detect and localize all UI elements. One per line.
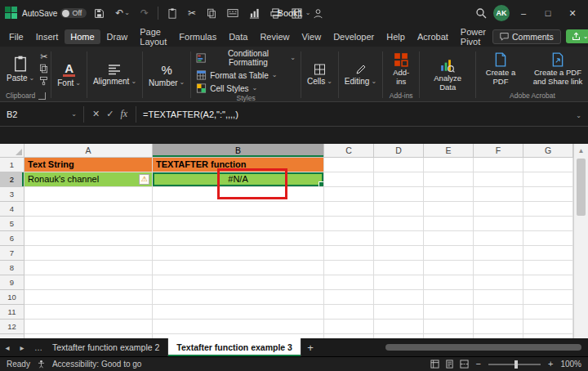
page-break-view-button[interactable] bbox=[460, 360, 469, 369]
cell[interactable] bbox=[374, 261, 424, 275]
add-ins-button[interactable]: Add-ins bbox=[385, 51, 416, 88]
select-all-corner[interactable] bbox=[0, 144, 24, 158]
row-header-8[interactable]: 8 bbox=[0, 261, 24, 275]
cell[interactable] bbox=[324, 320, 374, 334]
cell[interactable] bbox=[24, 320, 153, 334]
cell[interactable] bbox=[523, 320, 573, 334]
cell[interactable] bbox=[374, 217, 424, 231]
expand-formula-bar-button[interactable]: ⌄ bbox=[569, 110, 588, 119]
cell[interactable] bbox=[474, 158, 523, 172]
zoom-slider-thumb[interactable] bbox=[514, 360, 518, 369]
cell[interactable] bbox=[523, 158, 573, 172]
workbook-title-area[interactable]: Book1 ⌄ bbox=[278, 8, 311, 18]
cell[interactable] bbox=[374, 187, 424, 202]
sheet-nav-left-icon[interactable]: ◂ bbox=[0, 338, 15, 356]
cell[interactable] bbox=[474, 275, 523, 290]
alignment-group-button[interactable]: Alignment⌄ bbox=[90, 48, 140, 101]
cell[interactable] bbox=[424, 261, 474, 275]
cell[interactable] bbox=[474, 187, 523, 202]
cell[interactable] bbox=[374, 231, 424, 246]
ribbon-tab-formulas[interactable]: Formulas bbox=[173, 29, 222, 44]
cell[interactable] bbox=[374, 275, 424, 290]
cell[interactable] bbox=[523, 246, 573, 261]
search-button[interactable] bbox=[472, 6, 490, 20]
cell[interactable] bbox=[153, 261, 324, 275]
cell[interactable] bbox=[324, 187, 374, 202]
cell[interactable] bbox=[523, 290, 573, 305]
row-header-11[interactable]: 11 bbox=[0, 305, 24, 320]
cell[interactable] bbox=[523, 202, 573, 217]
sheet-tab-example-2[interactable]: Textafter function example 2 bbox=[44, 338, 168, 356]
format-as-table-button[interactable]: Format as Table ⌄ bbox=[194, 69, 298, 81]
analyze-data-button[interactable]: Analyze Data bbox=[422, 48, 473, 101]
ribbon-tab-home[interactable]: Home bbox=[65, 29, 100, 44]
cell[interactable] bbox=[523, 217, 573, 231]
cell[interactable] bbox=[474, 217, 523, 231]
horizontal-scrollbar-thumb[interactable] bbox=[385, 344, 581, 351]
zoom-level[interactable]: 100% bbox=[560, 360, 581, 369]
cell[interactable] bbox=[424, 187, 474, 202]
cell[interactable] bbox=[153, 231, 324, 246]
cell[interactable] bbox=[523, 305, 573, 320]
scroll-up-icon[interactable]: ▲ bbox=[574, 144, 588, 157]
sheet-nav-right-icon[interactable]: ▸ bbox=[15, 338, 29, 356]
new-sheet-button[interactable]: + bbox=[301, 338, 319, 356]
qat-person-button[interactable] bbox=[310, 7, 327, 20]
cell[interactable] bbox=[153, 246, 324, 261]
name-box[interactable]: B2 ⌄ bbox=[0, 110, 83, 119]
normal-view-button[interactable] bbox=[430, 360, 439, 369]
insert-function-button[interactable]: fx bbox=[120, 108, 127, 120]
comments-button[interactable]: Comments bbox=[492, 29, 561, 44]
cell[interactable] bbox=[153, 217, 324, 231]
avatar[interactable]: AK bbox=[493, 5, 510, 21]
create-pdf-button[interactable]: Create a PDF bbox=[479, 51, 523, 88]
cell[interactable] bbox=[424, 305, 474, 320]
cell[interactable] bbox=[424, 320, 474, 334]
cell-a1[interactable]: Text String bbox=[24, 158, 153, 172]
column-header-f[interactable]: F bbox=[474, 144, 523, 158]
cell[interactable] bbox=[24, 231, 153, 246]
number-group-button[interactable]: % Number⌄ bbox=[145, 48, 188, 101]
vertical-scrollbar[interactable]: ▲ bbox=[573, 144, 588, 338]
confirm-entry-button[interactable]: ✓ bbox=[106, 109, 114, 119]
ribbon-tab-page-layout[interactable]: Page Layout bbox=[134, 25, 172, 49]
cell[interactable] bbox=[324, 202, 374, 217]
zoom-slider[interactable] bbox=[488, 364, 541, 365]
cell[interactable] bbox=[324, 246, 374, 261]
cell[interactable] bbox=[153, 320, 324, 334]
cell[interactable] bbox=[324, 231, 374, 246]
cancel-entry-button[interactable]: ✕ bbox=[92, 109, 100, 119]
cell[interactable] bbox=[424, 158, 474, 172]
cell[interactable] bbox=[153, 290, 324, 305]
cell[interactable] bbox=[324, 217, 374, 231]
redo-button[interactable]: ↷ bbox=[137, 7, 152, 20]
fill-handle[interactable] bbox=[318, 181, 324, 187]
cell[interactable] bbox=[324, 305, 374, 320]
cell[interactable] bbox=[374, 320, 424, 334]
cell[interactable] bbox=[24, 217, 153, 231]
cell[interactable] bbox=[424, 246, 474, 261]
close-button[interactable]: ✕ bbox=[562, 2, 583, 24]
row-header-10[interactable]: 10 bbox=[0, 290, 24, 305]
cell[interactable] bbox=[474, 305, 523, 320]
autosave-switch[interactable]: Off bbox=[60, 8, 87, 18]
cell[interactable] bbox=[424, 202, 474, 217]
cell[interactable] bbox=[24, 246, 153, 261]
cell[interactable] bbox=[24, 305, 153, 320]
qat-chart-button[interactable] bbox=[246, 7, 263, 20]
maximize-button[interactable]: □ bbox=[537, 2, 559, 24]
column-header-c[interactable]: C bbox=[324, 144, 374, 158]
ribbon-tab-help[interactable]: Help bbox=[381, 29, 411, 44]
page-layout-view-button[interactable] bbox=[445, 360, 454, 369]
cell[interactable] bbox=[474, 320, 523, 334]
zoom-out-button[interactable]: − bbox=[474, 360, 483, 369]
row-header-3[interactable]: 3 bbox=[0, 187, 24, 202]
cell-a2[interactable]: Ronauk's channel ⚠ bbox=[24, 172, 153, 187]
share-button[interactable]: ⌄ bbox=[566, 29, 588, 43]
sheet-list-ellipsis-icon[interactable]: … bbox=[29, 338, 44, 356]
cell[interactable] bbox=[424, 275, 474, 290]
ribbon-tab-acrobat[interactable]: Acrobat bbox=[412, 29, 454, 44]
column-header-d[interactable]: D bbox=[374, 144, 424, 158]
dialog-launcher-icon[interactable] bbox=[38, 92, 46, 100]
accessibility-status[interactable]: Accessibility: Good to go bbox=[52, 360, 142, 369]
